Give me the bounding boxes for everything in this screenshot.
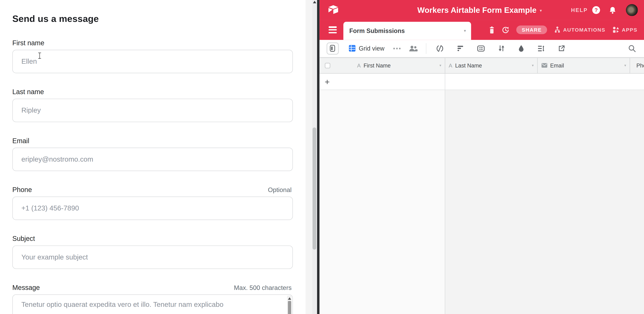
select-all-checkbox[interactable] — [325, 63, 330, 68]
apps-label: APPS — [622, 27, 638, 33]
last-name-label: Last name — [12, 88, 44, 96]
view-toolbar: Grid view — [319, 40, 644, 58]
page-scrollbar[interactable] — [312, 0, 317, 314]
tab-form-submissions[interactable]: Form Submissions ▾ — [343, 22, 471, 40]
first-name-label: First name — [12, 39, 44, 47]
chevron-down-icon: ▾ — [464, 28, 466, 33]
message-label: Message — [12, 284, 40, 292]
tables-menu-icon[interactable] — [328, 27, 336, 33]
first-name-input[interactable] — [12, 50, 293, 73]
email-label: Email — [12, 137, 29, 145]
chevron-down-icon[interactable]: ▾ — [622, 64, 626, 68]
message-textarea[interactable]: Tenetur optio quaerat expedita vero et i… — [12, 294, 293, 314]
airtable-logo-icon[interactable] — [328, 5, 338, 17]
grid-column-divider — [445, 74, 445, 90]
share-button[interactable]: SHARE — [516, 26, 547, 34]
automations-icon — [554, 27, 561, 34]
phone-field: Phone Optional — [12, 186, 292, 220]
column-header-email[interactable]: Email ▾ — [537, 58, 630, 73]
grid-column-divider — [445, 90, 445, 314]
contact-form-pane: Send us a message First name Last name E… — [0, 0, 306, 314]
grid-empty-area — [319, 90, 644, 314]
scroll-up-arrow-icon[interactable] — [288, 297, 291, 300]
share-view-icon[interactable] — [558, 45, 565, 52]
grid-header-row: A First Name ▾ A Last Name ▾ Email ▾ — [319, 58, 644, 74]
apps-icon — [612, 27, 620, 34]
filter-icon[interactable] — [457, 46, 464, 52]
search-icon[interactable] — [628, 45, 636, 52]
subject-label: Subject — [12, 235, 35, 243]
message-scrollbar[interactable] — [287, 296, 292, 314]
view-options-ellipsis-icon[interactable] — [394, 48, 400, 49]
message-scrollbar-thumb[interactable] — [288, 301, 291, 314]
subject-input[interactable] — [12, 245, 293, 269]
row-height-icon[interactable] — [538, 45, 545, 52]
automations-button[interactable]: AUTOMATIONS — [554, 27, 606, 34]
view-name: Grid view — [359, 45, 384, 52]
group-icon[interactable] — [477, 45, 484, 52]
table-tab-label: Form Submissions — [349, 27, 405, 34]
single-line-text-icon: A — [449, 63, 452, 69]
last-name-input[interactable] — [12, 99, 293, 122]
toolbar-divider — [426, 43, 426, 54]
email-field: Email — [12, 137, 292, 171]
scroll-up-arrow-icon[interactable] — [313, 1, 316, 3]
message-field: Message Max. 500 characters Tenetur opti… — [12, 284, 292, 314]
history-icon[interactable] — [502, 26, 509, 34]
avatar[interactable] — [626, 4, 638, 16]
color-icon[interactable] — [518, 45, 524, 52]
collaborators-icon[interactable] — [409, 45, 418, 52]
email-input[interactable] — [12, 148, 293, 171]
base-title: Workers Airtable Form Example — [418, 6, 536, 15]
message-maxchars-helper: Max. 500 characters — [234, 284, 292, 291]
hide-fields-icon[interactable] — [436, 45, 444, 52]
subject-field: Subject — [12, 235, 292, 269]
ibeam-mouse-cursor — [38, 53, 42, 59]
message-text-preview: Tenetur optio quaerat expedita vero et i… — [21, 300, 223, 309]
grid-view-icon — [348, 45, 356, 52]
page-gutter — [306, 0, 312, 314]
grid-empty-right — [445, 90, 644, 314]
apps-button[interactable]: APPS — [612, 27, 638, 34]
page-scrollbar-thumb[interactable] — [312, 127, 316, 250]
column-header-phone[interactable]: Phone — [630, 58, 644, 73]
email-field-icon — [541, 63, 547, 68]
sort-icon[interactable] — [498, 45, 505, 52]
phone-input[interactable] — [12, 196, 293, 220]
sidebar-toggle-icon — [330, 45, 335, 52]
chevron-down-icon[interactable]: ▾ — [437, 64, 441, 68]
help-button[interactable]: HELP — [571, 7, 588, 13]
view-sidebar-toggle-button[interactable] — [326, 42, 338, 55]
automations-label: AUTOMATIONS — [563, 27, 606, 33]
trash-icon[interactable] — [489, 26, 495, 34]
notifications-bell-icon[interactable] — [609, 6, 616, 14]
screen: Send us a message First name Last name E… — [0, 0, 644, 314]
column-header-last-name[interactable]: A Last Name ▾ — [445, 58, 538, 73]
help-question-icon[interactable]: ? — [592, 6, 600, 14]
grid-empty-left — [319, 90, 445, 314]
form-heading: Send us a message — [12, 14, 306, 24]
phone-label: Phone — [12, 186, 32, 194]
last-name-field: Last name — [12, 88, 292, 122]
table-tabbar: Form Submissions ▾ — [319, 20, 644, 40]
chevron-down-icon: ▾ — [540, 7, 542, 13]
chevron-down-icon[interactable]: ▾ — [529, 64, 534, 68]
add-record-row[interactable]: + — [319, 74, 644, 90]
base-title-menu[interactable]: Workers Airtable Form Example ▾ — [418, 6, 542, 15]
column-header-first-name[interactable]: A First Name ▾ — [354, 58, 445, 73]
single-line-text-icon: A — [357, 63, 361, 69]
row-select-gutter — [319, 58, 354, 73]
first-name-field: First name — [12, 39, 292, 73]
phone-optional-helper: Optional — [268, 186, 292, 194]
view-switcher[interactable]: Grid view — [348, 45, 384, 52]
add-record-plus-icon[interactable]: + — [325, 77, 330, 86]
window-split-divider[interactable] — [317, 0, 319, 314]
airtable-pane: Workers Airtable Form Example ▾ HELP ? F… — [319, 0, 644, 314]
airtable-topbar: Workers Airtable Form Example ▾ HELP ? — [319, 0, 644, 20]
